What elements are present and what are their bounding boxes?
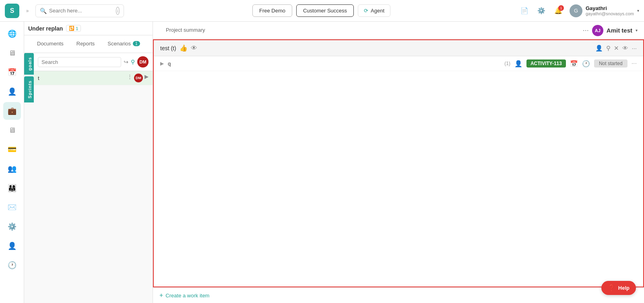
eye-icon[interactable]: 👁 (191, 45, 197, 52)
sidebar-item-tv[interactable]: 🖥 (3, 44, 21, 62)
header-filter-icon[interactable]: ⚲ (606, 45, 611, 52)
sidebar-item-credit-card[interactable]: 💳 (3, 141, 21, 158)
project-chevron-icon: ▾ (636, 28, 638, 33)
header-close-icon[interactable]: ✕ (614, 45, 619, 52)
panel-content: goals Sprints ↩ ⚲ DM t ⋮ DM ▶ (24, 53, 153, 303)
info-icon[interactable]: i (116, 7, 120, 15)
user-profile[interactable]: G Gayathri gayathri@snovasys.com ▾ (570, 4, 639, 17)
scenarios-badge: 1 (133, 41, 140, 46)
free-demo-button[interactable]: Free Demo (252, 4, 292, 17)
work-row-name: q (168, 61, 500, 67)
tab-reports[interactable]: Reports (70, 37, 101, 51)
sidebar-item-gear[interactable]: ⚙️ (3, 218, 21, 235)
sidebar: 🌐 🖥 📅 👤 💼 🖥 💳 👥 👨‍👩‍👧 ✉️ ⚙️ 👤 🕐 (0, 22, 24, 303)
notification-badge: 1 (558, 5, 564, 11)
create-work-item-label: Create a work item (165, 293, 209, 299)
row-person-icon: 👤 (514, 60, 522, 68)
header-eye-icon[interactable]: 👁 (622, 45, 628, 51)
vertical-tabs: goals Sprints (24, 53, 34, 303)
nav-tabs-right: ··· AJ Amit test ▾ (583, 25, 638, 36)
logo: S (5, 4, 19, 18)
vtab-sprints[interactable]: Sprints (24, 76, 34, 102)
sidebar-item-mail[interactable]: ✉️ (3, 199, 21, 216)
row-count: (1) (504, 61, 510, 66)
panel-row[interactable]: t ⋮ DM ▶ (34, 71, 153, 85)
header-person-icon: 👤 (595, 45, 603, 52)
help-label: Help (618, 285, 630, 291)
sidebar-item-person[interactable]: 👤 (3, 83, 21, 100)
panel-list: ↩ ⚲ DM t ⋮ DM ▶ (34, 53, 153, 303)
main-layout: 🌐 🖥 📅 👤 💼 🖥 💳 👥 👨‍👩‍👧 ✉️ ⚙️ 👤 🕐 Under re… (0, 22, 644, 303)
add-icon: + (159, 292, 163, 299)
nav-tabs: Documents Reports Scenarios 1 Runs Activ… (24, 35, 153, 53)
panel-row-text: t (38, 75, 125, 81)
clock-icon: 🕐 (582, 60, 590, 68)
tab-documents[interactable]: Documents (31, 37, 70, 51)
sidebar-item-user-settings[interactable]: 👤 (3, 237, 21, 255)
main-nav-tabs: Project summary ··· AJ Amit test ▾ (153, 22, 644, 39)
search-bar: 🔍 i (35, 4, 124, 17)
work-item-panel: test (t) 👍 👁 👤 ⚲ ✕ 👁 ··· ▶ q (1) (153, 39, 644, 287)
panel-row-expand-icon[interactable]: ▶ (144, 74, 149, 82)
project-panel: Under replan 🔁 1 Documents Reports Scena… (24, 22, 153, 303)
main-content: Project summary ··· AJ Amit test ▾ test … (153, 22, 644, 303)
settings-icon-button[interactable]: ⚙️ (536, 5, 547, 16)
refresh-icon[interactable]: ↩ (124, 59, 128, 65)
notifications-button[interactable]: 🔔 1 (553, 5, 564, 16)
work-item-header: test (t) 👍 👁 👤 ⚲ ✕ 👁 ··· (154, 40, 643, 56)
agent-button[interactable]: ⟳ Agent (358, 4, 390, 17)
chevron-down-icon: ▾ (637, 8, 639, 13)
avatar: G (570, 4, 582, 17)
like-icon[interactable]: 👍 (180, 44, 188, 52)
sidebar-item-globe[interactable]: 🌐 (3, 25, 21, 43)
user-name: Gayathri (586, 5, 634, 11)
topbar: S » 🔍 i Free Demo Customer Success ⟳ Age… (0, 0, 644, 22)
document-icon-button[interactable]: 📄 (519, 5, 530, 16)
more-options-icon[interactable]: ··· (583, 26, 589, 35)
user-email: gayathri@snovasys.com (586, 11, 634, 16)
help-icon: ❓ (608, 284, 616, 292)
panel-row-avatar: DM (134, 74, 143, 82)
filter-icon[interactable]: ⚲ (131, 59, 135, 65)
sidebar-item-calendar[interactable]: 📅 (3, 63, 21, 81)
panel-avatar: DM (137, 56, 149, 68)
work-item-title: test (t) (160, 45, 176, 51)
sidebar-item-clock[interactable]: 🕐 (3, 256, 21, 274)
replan-badge: 🔁 1 (66, 25, 81, 32)
search-icon: 🔍 (40, 8, 47, 14)
topbar-right: 📄 ⚙️ 🔔 1 G Gayathri gayathri@snovasys.co… (519, 4, 639, 17)
under-replan-header: Under replan 🔁 1 (24, 22, 153, 35)
tab-scenarios[interactable]: Scenarios 1 (101, 37, 146, 51)
sidebar-item-briefcase[interactable]: 💼 (3, 102, 21, 120)
sidebar-item-group[interactable]: 👥 (3, 160, 21, 178)
search-input[interactable] (49, 8, 114, 14)
header-more-icon[interactable]: ··· (632, 45, 637, 51)
customer-success-button[interactable]: Customer Success (296, 4, 354, 17)
sidebar-item-monitor[interactable]: 🖥 (3, 121, 21, 139)
row-expand-arrow[interactable]: ▶ (160, 61, 164, 66)
sidebar-item-team[interactable]: 👨‍👩‍👧 (3, 179, 21, 197)
agent-icon: ⟳ (364, 8, 368, 14)
content-area: test (t) 👍 👁 👤 ⚲ ✕ 👁 ··· ▶ q (1) (153, 39, 644, 287)
project-name-label: Amit test (607, 27, 632, 34)
activity-badge: ACTIVITY-113 (526, 59, 566, 68)
status-badge: Not started (594, 59, 627, 68)
panel-controls: ↩ ⚲ DM (34, 53, 153, 71)
expand-sidebar-button[interactable]: » (23, 6, 32, 16)
help-button[interactable]: ❓ Help (601, 281, 636, 295)
content-footer[interactable]: + Create a work item (153, 287, 644, 303)
row-more-icon[interactable]: ··· (632, 60, 637, 67)
calendar-icon: 📅 (570, 60, 578, 68)
topbar-center: Free Demo Customer Success ⟳ Agent (127, 4, 516, 17)
project-avatar: AJ (592, 25, 603, 36)
under-replan-title: Under replan (28, 25, 63, 32)
panel-search-input[interactable] (38, 57, 121, 67)
panel-row-menu-icon[interactable]: ⋮ (127, 74, 132, 82)
vtab-goals[interactable]: goals (24, 53, 34, 75)
tab-project-summary[interactable]: Project summary (159, 23, 212, 38)
work-row: ▶ q (1) 👤 ACTIVITY-113 📅 🕐 Not started ·… (154, 56, 643, 71)
